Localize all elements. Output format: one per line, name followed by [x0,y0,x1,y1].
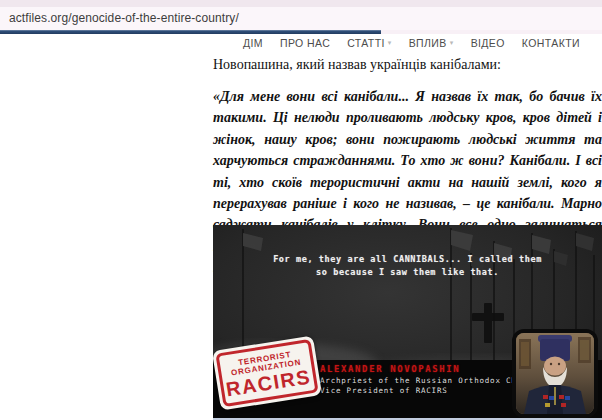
nav-item-articles-label: СТАТТІ [347,37,385,49]
priest-portrait-drawing [516,333,594,414]
nav-item-about[interactable]: ПРО НАС [280,37,330,49]
browser-top-strip [0,0,602,7]
nav-item-influence[interactable]: ВПЛИВ▾ [409,37,454,49]
image-quote-line2: so because I saw them like that. [316,267,499,277]
caption-role-line1: Archpriest of the Russian Orthodox Churc… [320,376,538,385]
url-text[interactable]: actfiles.org/genocide-of-the-entire-coun… [9,11,239,25]
browser-address-bar[interactable]: actfiles.org/genocide-of-the-entire-coun… [0,7,602,30]
caption-role-line2: Vice President of RACIRS [320,386,448,395]
address-underline [0,30,381,34]
nav-item-video[interactable]: ВІДЕО [471,37,505,49]
priest-portrait-photo [512,329,598,418]
nav-item-articles[interactable]: СТАТТІ▾ [347,37,392,49]
address-underline-row [0,30,602,34]
nav-item-home[interactable]: ДІМ [243,37,263,49]
caption-name: ALEXANDER NOVOPASHIN [320,364,460,374]
stamp-border: TERRORIST ORGANIZATION RACIRS [215,339,318,407]
chevron-down-icon: ▾ [388,39,392,46]
image-quote-line1: For me, they are all CANNIBALS... I call… [273,254,542,264]
article-intro-line: Новопашина, який назвав українців каніба… [213,57,602,73]
nav-item-contacts[interactable]: КОНТАКТИ [522,37,580,49]
image-quote-text: For me, they are all CANNIBALS... I call… [213,253,602,279]
article-image[interactable]: For me, they are all CANNIBALS... I call… [213,225,602,418]
nav-item-influence-label: ВПЛИВ [409,37,447,49]
chevron-down-icon: ▾ [450,39,454,46]
site-nav: ДІМ ПРО НАС СТАТТІ▾ ВПЛИВ▾ ВІДЕО КОНТАКТ… [243,37,580,49]
